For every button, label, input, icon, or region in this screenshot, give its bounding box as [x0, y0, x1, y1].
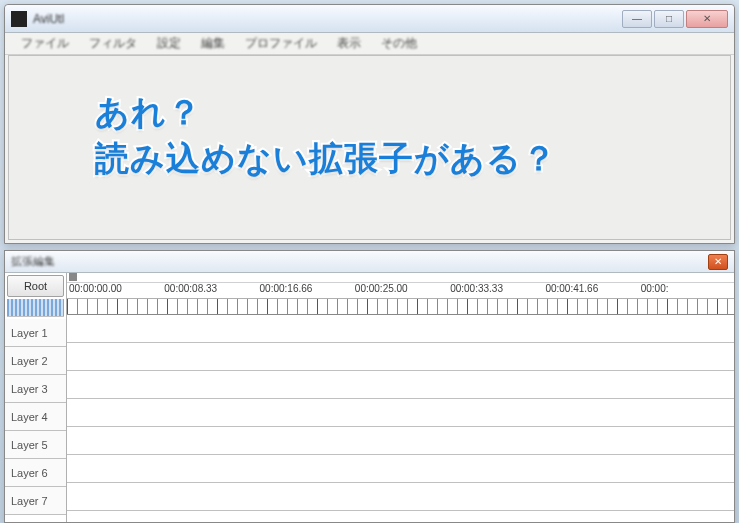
layer-track-7[interactable] — [67, 483, 734, 511]
timecode: 00:00:33.33 — [448, 283, 543, 298]
timeline-close-button[interactable]: ✕ — [708, 254, 728, 270]
app-icon — [11, 11, 27, 27]
timecode: 00:00:08.33 — [162, 283, 257, 298]
overlay-line-1: あれ？ — [95, 90, 557, 136]
layer-track-6[interactable] — [67, 455, 734, 483]
timeline-window: 拡張編集 ✕ Root Layer 1 Layer 2 Layer 3 Laye… — [4, 250, 735, 523]
layer-label-2[interactable]: Layer 2 — [5, 347, 66, 375]
layer-label-4[interactable]: Layer 4 — [5, 403, 66, 431]
layer-track-4[interactable] — [67, 399, 734, 427]
window-controls: — □ ✕ — [622, 10, 728, 28]
timecode: 00:00:41.66 — [543, 283, 638, 298]
timecode: 00:00:25.00 — [353, 283, 448, 298]
window-title: AviUtl — [33, 12, 622, 26]
time-ruler[interactable] — [67, 299, 734, 315]
menu-profile[interactable]: プロファイル — [235, 33, 327, 54]
layer-track-3[interactable] — [67, 371, 734, 399]
menu-view[interactable]: 表示 — [327, 33, 371, 54]
layer-label-7[interactable]: Layer 7 — [5, 487, 66, 515]
timeline-right-pane: 00:00:00.00 00:00:08.33 00:00:16.66 00:0… — [67, 273, 734, 522]
layer-label-1[interactable]: Layer 1 — [5, 319, 66, 347]
time-header: 00:00:00.00 00:00:08.33 00:00:16.66 00:0… — [67, 283, 734, 299]
timeline-title: 拡張編集 — [11, 254, 708, 269]
menu-edit[interactable]: 編集 — [191, 33, 235, 54]
layer-track-2[interactable] — [67, 343, 734, 371]
timeline-marker-row[interactable] — [67, 273, 734, 283]
layer-label-3[interactable]: Layer 3 — [5, 375, 66, 403]
timecode: 00:00:00.00 — [67, 283, 162, 298]
layer-track-1[interactable] — [67, 315, 734, 343]
layer-track-5[interactable] — [67, 427, 734, 455]
timecode: 00:00: — [639, 283, 734, 298]
menu-other[interactable]: その他 — [371, 33, 427, 54]
titlebar: AviUtl — □ ✕ — [5, 5, 734, 33]
timeline-body: Root Layer 1 Layer 2 Layer 3 Layer 4 Lay… — [5, 273, 734, 522]
close-button[interactable]: ✕ — [686, 10, 728, 28]
menu-filter[interactable]: フィルタ — [79, 33, 147, 54]
root-button[interactable]: Root — [7, 275, 64, 297]
layer-label-6[interactable]: Layer 6 — [5, 459, 66, 487]
zoom-slider[interactable] — [7, 299, 64, 317]
menu-file[interactable]: ファイル — [11, 33, 79, 54]
layer-label-5[interactable]: Layer 5 — [5, 431, 66, 459]
menu-settings[interactable]: 設定 — [147, 33, 191, 54]
maximize-button[interactable]: □ — [654, 10, 684, 28]
timeline-left-pane: Root Layer 1 Layer 2 Layer 3 Layer 4 Lay… — [5, 273, 67, 522]
menubar: ファイル フィルタ 設定 編集 プロファイル 表示 その他 — [5, 33, 734, 55]
timecode: 00:00:16.66 — [258, 283, 353, 298]
overlay-line-2: 読み込めない拡張子がある？ — [95, 136, 557, 182]
minimize-button[interactable]: — — [622, 10, 652, 28]
overlay-caption: あれ？ 読み込めない拡張子がある？ — [95, 90, 557, 182]
timeline-titlebar: 拡張編集 ✕ — [5, 251, 734, 273]
